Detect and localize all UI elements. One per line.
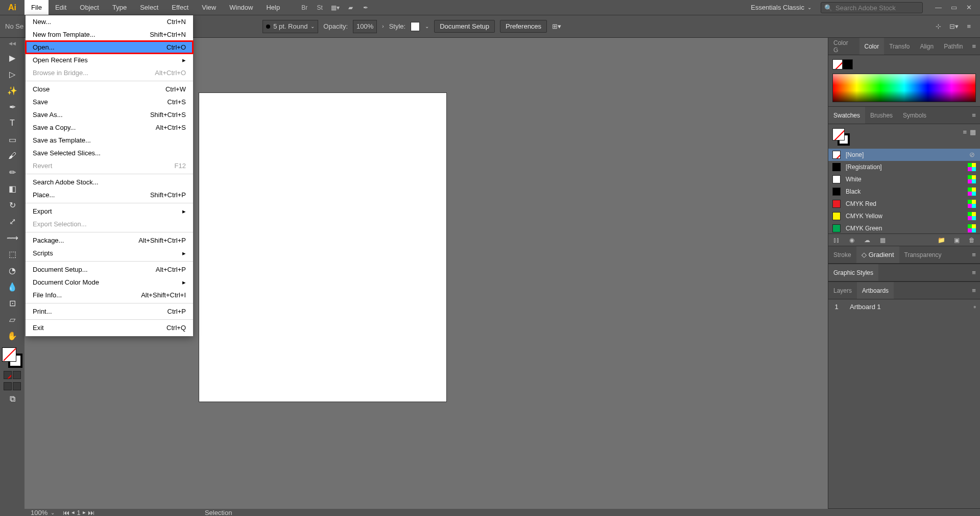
document-setup-button[interactable]: Document Setup [434,20,495,33]
color-mode-icon[interactable] [4,371,12,379]
chevron-right-icon[interactable]: › [382,24,384,29]
file-menu-item[interactable]: Scripts▸ [26,247,193,260]
artboard-options-icon[interactable]: ▫ [973,303,976,311]
tab-align[interactable]: Align [915,38,939,55]
free-transform-tool[interactable]: ⬚ [4,246,20,262]
swatch-row[interactable]: CMYK Red [828,198,980,210]
delete-swatch-icon[interactable]: 🗑 [968,236,976,244]
file-menu-item[interactable]: Save as Template... [26,134,193,147]
tab-brushes[interactable]: Brushes [865,107,898,124]
gpu-icon[interactable]: ▰ [343,0,358,15]
tab-symbols[interactable]: Symbols [898,107,931,124]
tab-transform[interactable]: Transfo [884,38,915,55]
paintbrush-tool[interactable]: 🖌 [4,148,20,163]
gradient-mode-icon[interactable] [13,371,21,379]
zoom-level[interactable]: 100% [31,509,47,517]
color-spectrum[interactable] [832,74,976,102]
color-black-swatch[interactable] [843,59,853,69]
swatch-row[interactable]: CMYK Yellow [828,210,980,222]
opacity-input[interactable]: 100% [353,20,377,33]
search-stock-input[interactable]: 🔍 Search Adobe Stock [821,2,923,13]
file-menu-item[interactable]: SaveCtrl+S [26,96,193,108]
brush-selector[interactable]: 5 pt. Round ⌄ [262,20,318,33]
tab-graphic-styles[interactable]: Graphic Styles [828,264,878,281]
file-menu-item[interactable]: Document Color Mode▸ [26,276,193,289]
menu-help[interactable]: Help [259,0,286,15]
fill-stroke-indicator[interactable] [2,347,22,368]
grid-view-icon[interactable]: ▦ [970,128,976,136]
file-menu-item[interactable]: Export▸ [26,205,193,218]
style-swatch[interactable] [411,22,420,31]
chevron-down-icon[interactable]: ⌄ [51,510,55,515]
tab-layers[interactable]: Layers [828,282,857,299]
shape-builder-tool[interactable]: ◔ [4,263,20,278]
hand-tool[interactable]: ✋ [4,328,20,343]
file-menu-item[interactable]: Browse in Bridge...Alt+Ctrl+O [26,66,193,79]
fill-stroke-mini[interactable] [832,128,850,146]
pencil-tool[interactable]: ✏ [4,165,20,180]
menu-view[interactable]: View [195,0,223,15]
file-menu-item[interactable]: Save a Copy...Alt+Ctrl+S [26,121,193,134]
screen-mode-icon[interactable]: ⧉ [4,391,20,407]
file-menu-item[interactable]: CloseCtrl+W [26,83,193,96]
swatch-row[interactable]: Black [828,185,980,198]
bridge-icon[interactable]: Br [297,0,312,15]
scale-tool[interactable]: ⤢ [4,214,20,229]
file-menu-item[interactable]: Save As...Shift+Ctrl+S [26,108,193,121]
file-menu-item[interactable]: Open...Ctrl+O [26,41,193,54]
file-menu-item[interactable]: ExitCtrl+Q [26,321,193,334]
align-icon[interactable]: ⊞▾ [552,22,561,30]
swatch-row[interactable]: White [828,173,980,185]
symbol-sprayer-tool[interactable]: ⊡ [4,295,20,311]
color-group-icon[interactable]: ▦ [878,236,887,244]
swatch-row[interactable]: CMYK Green [828,222,980,233]
file-menu-item[interactable]: Package...Alt+Shift+Ctrl+P [26,234,193,247]
width-tool[interactable]: ⟿ [4,230,20,245]
panel-menu-icon[interactable]: ≡ [968,107,980,124]
tab-transparency[interactable]: Transparency [899,246,947,263]
arrange-icon[interactable]: ▦▾ [327,0,343,15]
chevron-down-icon[interactable]: ⌄ [425,24,429,29]
menu-edit[interactable]: Edit [49,0,73,15]
swatch-row[interactable]: [Registration] [828,161,980,173]
feather-icon[interactable]: ✒ [358,0,373,15]
menu-object[interactable]: Object [73,0,106,15]
menu-window[interactable]: Window [223,0,259,15]
selection-tool[interactable]: ▶ [4,50,20,65]
pen-tool[interactable]: ✒ [4,99,20,114]
tab-color[interactable]: Color [859,38,885,55]
menu-file[interactable]: File [25,0,49,15]
list-view-icon[interactable]: ≡ [963,128,967,136]
show-kinds-icon[interactable]: ◉ [848,236,856,244]
rectangle-tool[interactable]: ▭ [4,132,20,147]
panel-menu-icon[interactable]: ≡ [968,246,980,263]
new-group-icon[interactable]: 📁 [937,236,945,244]
color-none-swatch[interactable] [832,59,843,69]
rotate-tool[interactable]: ↻ [4,197,20,213]
stock-icon[interactable]: St [312,0,327,15]
file-menu-item[interactable]: File Info...Alt+Shift+Ctrl+I [26,289,193,301]
list-icon[interactable]: ≡ [967,22,971,30]
file-menu-item[interactable]: RevertF12 [26,159,193,172]
panel-menu-icon[interactable]: ≡ [968,282,980,299]
file-menu-item[interactable]: New from Template...Shift+Ctrl+N [26,28,193,41]
artboard[interactable] [199,93,446,402]
tab-artboards[interactable]: Artboards [857,282,894,299]
file-menu-item[interactable]: Export Selection... [26,218,193,230]
draw-behind-icon[interactable] [13,382,21,390]
file-menu-item[interactable]: Print...Ctrl+P [26,305,193,318]
transform-icon[interactable]: ⊹ [936,22,941,30]
magic-wand-tool[interactable]: ✨ [4,83,20,98]
tab-swatches[interactable]: Swatches [828,107,865,124]
draw-normal-icon[interactable] [4,382,12,390]
cloud-icon[interactable]: ☁ [863,236,871,244]
direct-selection-tool[interactable]: ▷ [4,66,20,82]
artboard-row[interactable]: 1 Artboard 1 ▫ [828,299,980,314]
type-tool[interactable]: T [4,115,20,131]
eraser-tool[interactable]: ◧ [4,181,20,196]
file-menu-item[interactable]: Place...Shift+Ctrl+P [26,189,193,201]
preferences-button[interactable]: Preferences [500,20,547,33]
menu-type[interactable]: Type [106,0,133,15]
panel-menu-icon[interactable]: ≡ [968,264,980,281]
new-swatch-icon[interactable]: ▣ [952,236,961,244]
